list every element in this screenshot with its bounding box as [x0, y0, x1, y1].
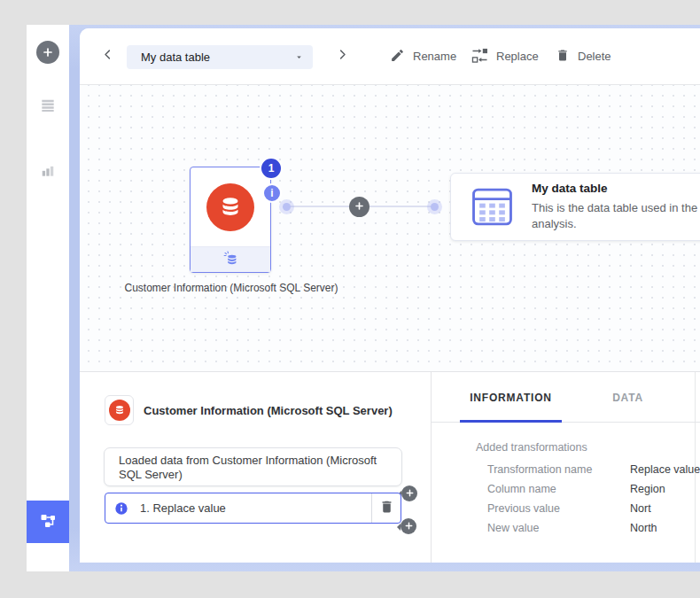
bar-chart-icon	[39, 161, 57, 182]
info-row-column-name: Column name Region	[487, 483, 696, 495]
rename-label: Rename	[413, 50, 456, 63]
replace-value-step-label: 1. Replace value	[140, 501, 226, 515]
info-icon	[114, 501, 128, 516]
source-output-port[interactable]	[283, 203, 291, 211]
next-table-button[interactable]	[331, 45, 353, 66]
chevron-down-icon	[294, 52, 304, 62]
data-canvas-frame: My data table Rename	[69, 25, 700, 571]
transformation-count-badge[interactable]: 1	[260, 157, 283, 180]
info-row-value: Replace value	[630, 463, 700, 476]
database-icon	[113, 404, 126, 416]
tab-information[interactable]: INFORMATION	[460, 372, 562, 423]
info-row-new-value: New value North	[487, 522, 696, 534]
table-input-port[interactable]	[431, 203, 439, 211]
database-icon	[217, 194, 244, 221]
tab-data[interactable]: DATA	[577, 372, 679, 423]
add-operation-on-link-button[interactable]	[349, 197, 369, 217]
sql-server-chip-badge	[109, 400, 130, 421]
data-canvas-flow-icon	[37, 510, 58, 534]
add-button[interactable]	[27, 31, 69, 74]
info-row-previous-value: Previous value Nort	[487, 502, 696, 515]
table-selector-value: My data table	[141, 50, 210, 64]
node-canvas[interactable]: 1 i Customer Information (Microsoft SQL …	[80, 85, 700, 371]
replace-button[interactable]: Replace	[471, 28, 539, 84]
chevron-right-icon	[336, 48, 349, 64]
chevron-left-icon	[101, 48, 114, 64]
previous-table-button[interactable]	[97, 45, 118, 66]
info-row-label: Transformation name	[487, 463, 592, 476]
database-sparkle-icon	[222, 249, 240, 271]
source-node-body	[191, 167, 270, 246]
step-details-panel: INFORMATION DATA Added transformations T…	[432, 372, 700, 563]
info-badge[interactable]: i	[262, 183, 282, 203]
swap-icon	[471, 48, 488, 66]
sidebar-item-visualizations[interactable]	[27, 150, 69, 192]
plus-icon	[405, 487, 415, 501]
table-grid-icon	[469, 183, 516, 230]
trash-icon	[379, 499, 394, 517]
add-transformation-button-bottom[interactable]	[401, 518, 416, 534]
info-row-label: Previous value	[487, 502, 560, 515]
replace-value-step[interactable]: 1. Replace value	[105, 493, 401, 524]
data-canvas-content: My data table Rename	[80, 28, 700, 563]
data-table-node[interactable]: My data table This is the data table use…	[450, 173, 700, 241]
data-table-node-title: My data table	[532, 182, 700, 195]
replace-label: Replace	[496, 50, 539, 63]
loaded-data-step[interactable]: Loaded data from Customer Information (M…	[104, 447, 402, 486]
delete-transformation-button[interactable]	[372, 493, 401, 523]
rename-button[interactable]: Rename	[390, 28, 456, 84]
info-row-value: Region	[630, 483, 665, 495]
source-details-title: Customer Information (Microsoft SQL Serv…	[144, 404, 393, 417]
source-node[interactable]	[190, 167, 271, 273]
list-icon	[39, 97, 57, 117]
info-row-value: Nort	[630, 502, 651, 515]
data-table-node-text: My data table This is the data table use…	[532, 182, 700, 232]
app-sidebar	[27, 25, 69, 571]
canvas-toolbar: My data table Rename	[80, 28, 700, 85]
add-transformation-button-top[interactable]	[401, 485, 417, 501]
pencil-icon	[390, 48, 405, 66]
sidebar-item-pages[interactable]	[27, 85, 69, 128]
source-node-label: Customer Information (Microsoft SQL Serv…	[83, 282, 379, 294]
details-tabs: INFORMATION DATA	[432, 372, 700, 423]
info-row-value: North	[630, 522, 657, 534]
info-row-label: Column name	[487, 483, 556, 495]
sql-server-source-badge	[206, 183, 254, 231]
info-row-transformation-name: Transformation name Replace value	[487, 463, 696, 476]
info-row-label: New value	[487, 522, 539, 534]
delete-button[interactable]: Delete	[556, 28, 611, 84]
data-table-node-description: This is the data table used in the analy…	[532, 200, 700, 232]
plus-icon	[354, 200, 365, 214]
delete-label: Delete	[578, 50, 611, 63]
trash-icon	[556, 48, 570, 66]
source-node-footer	[191, 246, 270, 272]
table-selector-dropdown[interactable]: My data table	[127, 45, 313, 69]
added-transformations-heading: Added transformations	[476, 441, 587, 454]
source-chip	[105, 395, 134, 425]
sidebar-item-data-canvas[interactable]	[27, 501, 69, 543]
plus-icon	[404, 520, 414, 533]
plus-circle-icon	[36, 41, 59, 64]
details-panel: Customer Information (Microsoft SQL Serv…	[80, 371, 700, 563]
